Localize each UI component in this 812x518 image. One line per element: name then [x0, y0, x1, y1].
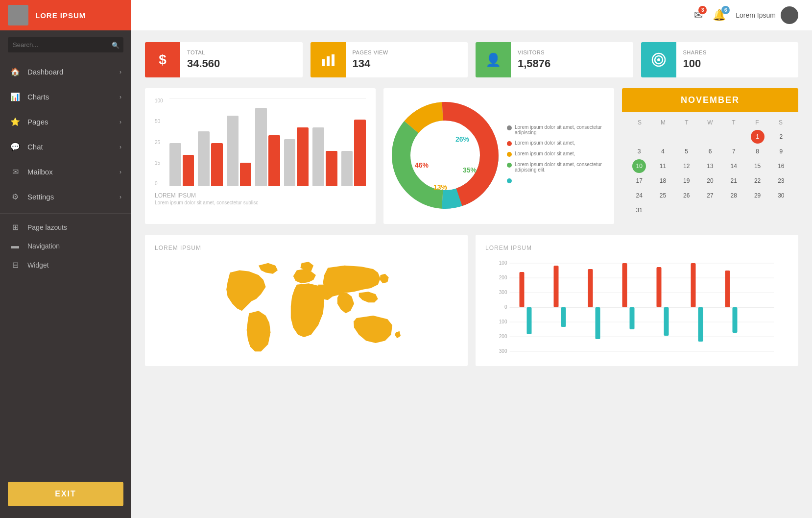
home-icon: 🏠 — [10, 67, 21, 76]
sidebar-item-mailbox[interactable]: ✉ Mailbox › — [0, 159, 131, 184]
exit-button[interactable]: EXIT — [8, 482, 123, 506]
mail-button[interactable]: ✉ 3 — [694, 9, 703, 22]
mail-icon: ✉ — [10, 167, 21, 176]
avatar — [8, 5, 28, 25]
bell-button[interactable]: 🔔 6 — [713, 9, 726, 22]
bar-red — [183, 155, 194, 186]
svg-rect-41 — [698, 307, 703, 342]
cal-day-30[interactable]: 30 — [774, 189, 788, 202]
sidebar-brand: LORE IPSUM — [35, 11, 86, 20]
cal-day-13[interactable]: 13 — [703, 159, 717, 173]
sidebar-item-page-layouts[interactable]: ⊞ Page lazouts — [0, 218, 131, 237]
svg-rect-43 — [733, 307, 738, 333]
legend-dot — [507, 125, 512, 130]
bar-chart-y-labels: 100 50 25 15 0 — [155, 98, 163, 186]
legend-item: Lorem ipsum dolor sit amet, — [507, 151, 606, 157]
cal-day-10[interactable]: 10 — [632, 159, 646, 173]
svg-rect-31 — [527, 307, 532, 334]
cal-day-6[interactable]: 6 — [703, 145, 717, 158]
search-input[interactable] — [8, 37, 123, 52]
svg-text:200: 200 — [499, 275, 507, 280]
sidebar-item-widget[interactable]: ⊟ Widget — [0, 255, 131, 274]
bar-gray — [169, 143, 181, 186]
shares-icon-box — [641, 42, 676, 77]
cal-day-19[interactable]: 19 — [680, 174, 693, 188]
svg-rect-32 — [554, 266, 559, 307]
world-map-title: LOREM IPSUM — [155, 245, 458, 251]
dollar-icon: $ — [159, 52, 167, 68]
shares-label: SHARES — [683, 49, 707, 55]
cal-day-27[interactable]: 27 — [703, 189, 717, 202]
bar-gray — [255, 108, 267, 186]
legend-dot — [507, 163, 512, 168]
cal-day-8[interactable]: 8 — [751, 145, 764, 158]
stat-card-shares: SHARES 100 — [641, 42, 799, 77]
user-avatar — [781, 6, 798, 24]
cal-day-23[interactable]: 23 — [774, 174, 788, 188]
chevron-right-icon: › — [119, 169, 121, 175]
cal-day-1[interactable]: 1 — [751, 130, 764, 144]
cal-day-12[interactable]: 12 — [680, 159, 693, 173]
cal-day-17[interactable]: 17 — [632, 174, 646, 188]
star-icon: ⭐ — [10, 117, 21, 126]
legend-item: Lorem ipsum dolor sit amet, consectetur … — [507, 124, 606, 135]
legend-dot — [507, 178, 512, 183]
world-map-svg — [155, 258, 458, 354]
cal-day-15[interactable]: 15 — [751, 159, 764, 173]
cal-day-24[interactable]: 24 — [632, 189, 646, 202]
main-content: ✉ 3 🔔 6 Lorem Ipsum $ TOTAL 34.560 — [131, 0, 812, 518]
lollipop-chart-area: 100 200 300 0 100 200 300 — [485, 258, 788, 356]
legend-dot — [507, 141, 512, 146]
sidebar-item-settings[interactable]: ⚙ Settings › — [0, 184, 131, 209]
layout-icon: ⊞ — [10, 222, 21, 232]
cal-day-3[interactable]: 3 — [632, 145, 646, 158]
chevron-right-icon: › — [119, 144, 121, 150]
stat-cards: $ TOTAL 34.560 PAGES VIEW 134 — [145, 42, 798, 77]
svg-rect-37 — [630, 307, 635, 329]
svg-rect-42 — [725, 271, 730, 307]
cal-day-20[interactable]: 20 — [703, 174, 717, 188]
cal-day-7[interactable]: 7 — [727, 145, 740, 158]
stat-card-pages-view: PAGES VIEW 134 — [310, 42, 468, 77]
sidebar-item-dashboard[interactable]: 🏠 Dashboard › — [0, 59, 131, 84]
cal-day-25[interactable]: 25 — [656, 189, 669, 202]
donut-chart-wrap: 26% 35% 13% 46% — [391, 101, 499, 211]
cal-day-28[interactable]: 28 — [727, 189, 740, 202]
cal-day-31[interactable]: 31 — [632, 203, 646, 217]
cal-day-2[interactable]: 2 — [774, 130, 788, 144]
calendar-body: S M T W T F S 1 — [622, 112, 798, 224]
calendar-weekdays: S M T W T F S — [628, 119, 792, 126]
cal-day-14[interactable]: 14 — [727, 159, 740, 173]
bar-group — [227, 116, 251, 186]
cal-day-9[interactable]: 9 — [774, 145, 788, 158]
cal-day-16[interactable]: 16 — [774, 159, 788, 173]
bar-group — [284, 127, 309, 186]
user-menu[interactable]: Lorem Ipsum — [736, 6, 798, 24]
sidebar: LORE IPSUM 🔍 🏠 Dashboard › 📊 Charts › ⭐ … — [0, 0, 131, 518]
cal-day-11[interactable]: 11 — [656, 159, 669, 173]
donut-chart-panel: 26% 35% 13% 46% Lorem ipsum dolor sit am… — [383, 88, 614, 224]
sidebar-item-chat[interactable]: 💬 Chat › — [0, 134, 131, 159]
sidebar-item-charts[interactable]: 📊 Charts › — [0, 84, 131, 109]
stat-card-visitors: 👤 VISITORS 1,5876 — [476, 42, 633, 77]
cal-day-5[interactable]: 5 — [680, 145, 693, 158]
cal-day-29[interactable]: 29 — [751, 189, 764, 202]
sidebar-item-pages[interactable]: ⭐ Pages › — [0, 109, 131, 134]
cal-day-4[interactable]: 4 — [656, 145, 669, 158]
cal-day-18[interactable]: 18 — [656, 174, 669, 188]
svg-text:0: 0 — [504, 304, 507, 310]
svg-rect-36 — [622, 263, 627, 307]
svg-rect-1 — [327, 56, 330, 66]
bar-red — [354, 120, 366, 186]
bar-group — [169, 143, 194, 186]
bar-red — [240, 163, 252, 186]
bar-group — [341, 120, 366, 186]
pages-icon-box — [310, 42, 346, 77]
total-icon-box: $ — [145, 42, 180, 77]
charts-icon: 📊 — [10, 92, 21, 101]
cal-day-22[interactable]: 22 — [751, 174, 764, 188]
sidebar-search-container: 🔍 — [0, 30, 131, 59]
cal-day-26[interactable]: 26 — [680, 189, 693, 202]
sidebar-item-navigation[interactable]: ▬ Navigation — [0, 237, 131, 255]
cal-day-21[interactable]: 21 — [727, 174, 740, 188]
